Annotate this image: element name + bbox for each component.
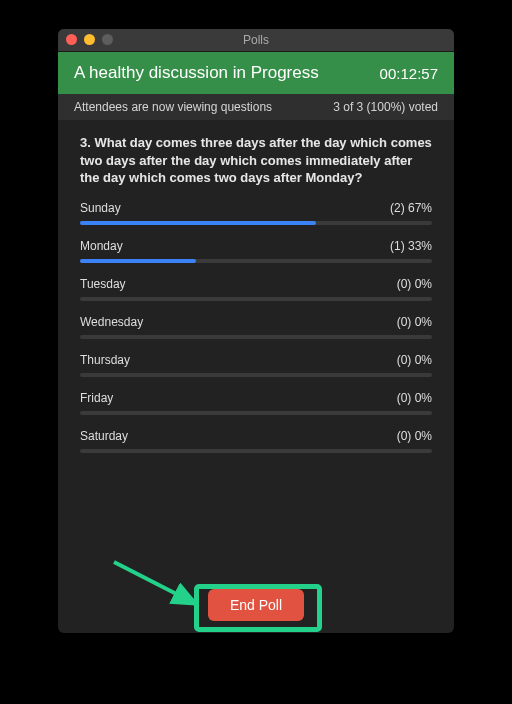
maximize-icon	[102, 34, 113, 45]
poll-option: Thursday(0) 0%	[80, 353, 432, 377]
poll-option: Tuesday(0) 0%	[80, 277, 432, 301]
polls-window: Polls A healthy discussion in Progress 0…	[58, 29, 454, 633]
poll-option-row: Thursday(0) 0%	[80, 353, 432, 367]
titlebar: Polls	[58, 29, 454, 52]
poll-option: Saturday(0) 0%	[80, 429, 432, 453]
option-label: Thursday	[80, 353, 130, 367]
window-controls	[66, 34, 113, 45]
poll-option-row: Saturday(0) 0%	[80, 429, 432, 443]
poll-header: A healthy discussion in Progress 00:12:5…	[58, 52, 454, 94]
end-poll-button[interactable]: End Poll	[208, 589, 304, 621]
poll-option-row: Tuesday(0) 0%	[80, 277, 432, 291]
footer: End Poll	[58, 589, 454, 621]
status-bar: Attendees are now viewing questions 3 of…	[58, 94, 454, 120]
minimize-icon[interactable]	[84, 34, 95, 45]
poll-option: Wednesday(0) 0%	[80, 315, 432, 339]
poll-title: A healthy discussion in Progress	[74, 63, 319, 83]
option-label: Tuesday	[80, 277, 126, 291]
status-left: Attendees are now viewing questions	[74, 100, 272, 114]
option-bar-track	[80, 221, 432, 225]
poll-option-row: Wednesday(0) 0%	[80, 315, 432, 329]
option-bar-track	[80, 259, 432, 263]
option-bar-track	[80, 373, 432, 377]
option-label: Wednesday	[80, 315, 143, 329]
option-label: Monday	[80, 239, 123, 253]
option-count: (0) 0%	[397, 277, 432, 291]
poll-option: Monday(1) 33%	[80, 239, 432, 263]
close-icon[interactable]	[66, 34, 77, 45]
status-right: 3 of 3 (100%) voted	[333, 100, 438, 114]
poll-timer: 00:12:57	[380, 65, 438, 82]
poll-option-row: Monday(1) 33%	[80, 239, 432, 253]
option-bar-track	[80, 449, 432, 453]
poll-option-row: Sunday(2) 67%	[80, 201, 432, 215]
option-label: Sunday	[80, 201, 121, 215]
question-text: 3. What day comes three days after the d…	[80, 134, 432, 187]
option-count: (1) 33%	[390, 239, 432, 253]
option-count: (2) 67%	[390, 201, 432, 215]
poll-option: Friday(0) 0%	[80, 391, 432, 415]
options-list: Sunday(2) 67%Monday(1) 33%Tuesday(0) 0%W…	[80, 201, 432, 453]
option-bar-track	[80, 335, 432, 339]
option-count: (0) 0%	[397, 391, 432, 405]
option-bar-fill	[80, 259, 196, 263]
option-bar-fill	[80, 221, 316, 225]
poll-option: Sunday(2) 67%	[80, 201, 432, 225]
option-bar-track	[80, 411, 432, 415]
poll-option-row: Friday(0) 0%	[80, 391, 432, 405]
option-count: (0) 0%	[397, 429, 432, 443]
option-count: (0) 0%	[397, 315, 432, 329]
option-label: Saturday	[80, 429, 128, 443]
poll-body: 3. What day comes three days after the d…	[58, 120, 454, 453]
option-bar-track	[80, 297, 432, 301]
option-count: (0) 0%	[397, 353, 432, 367]
option-label: Friday	[80, 391, 113, 405]
window-title: Polls	[58, 29, 454, 51]
